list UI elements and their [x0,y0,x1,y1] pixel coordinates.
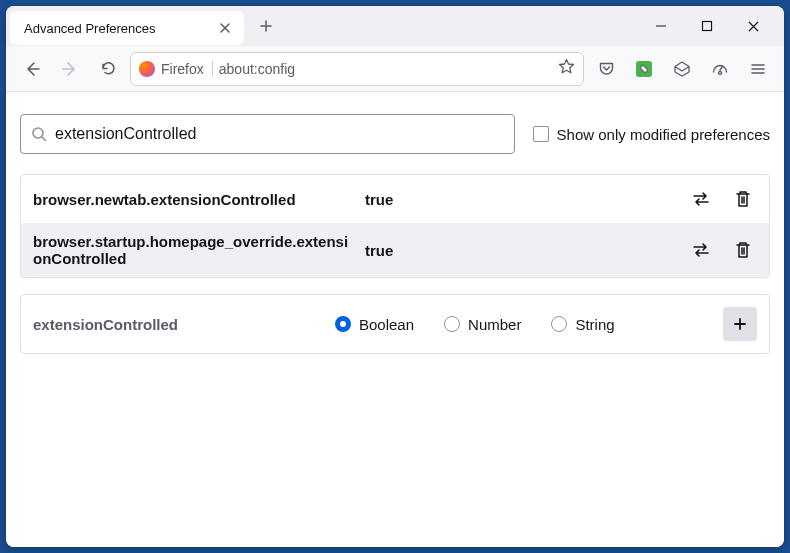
preference-search-input[interactable] [55,125,504,143]
preference-name: browser.startup.homepage_override.extens… [33,233,353,267]
new-preference-name: extensionControlled [33,316,323,333]
pocket-button[interactable] [590,53,622,85]
new-preference-row: extensionControlled Boolean Number Strin… [20,294,770,354]
page-content: Show only modified preferences browser.n… [6,92,784,547]
preference-row[interactable]: browser.newtab.extensionControlled true [21,175,769,223]
svg-rect-0 [703,22,712,31]
preferences-table: browser.newtab.extensionControlled true … [20,174,770,278]
radio-icon [551,316,567,332]
radio-option-number[interactable]: Number [444,316,521,333]
trash-icon [735,241,751,259]
radio-icon [444,316,460,332]
preference-row[interactable]: browser.startup.homepage_override.extens… [21,223,769,277]
whatsnew-button[interactable] [704,53,736,85]
radio-option-boolean[interactable]: Boolean [335,316,414,333]
firefox-logo-icon [139,61,155,77]
bookmark-button[interactable] [558,58,575,79]
preference-search-box[interactable] [20,114,515,154]
arrow-right-icon [61,60,79,78]
window-maximize-button[interactable] [684,6,730,46]
preference-value: true [365,242,675,259]
checkbox-icon [533,126,549,142]
forward-button[interactable] [54,53,86,85]
radio-label: Number [468,316,521,333]
close-icon [219,22,231,34]
identity-box[interactable]: Firefox [139,61,213,77]
window-close-button[interactable] [730,6,776,46]
extension-badge-icon [636,61,652,77]
plus-icon [732,316,748,332]
radio-option-string[interactable]: String [551,316,614,333]
radio-label: Boolean [359,316,414,333]
hamburger-icon [750,61,766,77]
star-icon [558,58,575,75]
reload-button[interactable] [92,53,124,85]
url-bar[interactable]: Firefox about:config [130,52,584,86]
back-button[interactable] [16,53,48,85]
preference-value: true [365,191,675,208]
account-icon [673,60,691,78]
browser-tab[interactable]: Advanced Preferences [10,11,244,45]
titlebar: Advanced Preferences [6,6,784,46]
new-tab-button[interactable] [252,12,280,40]
radio-label: String [575,316,614,333]
maximize-icon [701,20,713,32]
delete-button[interactable] [729,185,757,213]
delete-button[interactable] [729,236,757,264]
toggle-icon [691,191,711,207]
tab-close-button[interactable] [216,19,234,37]
add-preference-button[interactable] [723,307,757,341]
minimize-icon [655,20,667,32]
pocket-icon [598,60,615,77]
checkbox-label: Show only modified preferences [557,126,770,143]
radio-icon [335,316,351,332]
type-radio-group: Boolean Number String [335,316,711,333]
app-menu-button[interactable] [742,53,774,85]
arrow-left-icon [23,60,41,78]
preference-name: browser.newtab.extensionControlled [33,191,353,208]
toggle-icon [691,242,711,258]
search-row: Show only modified preferences [20,114,770,154]
search-icon [31,126,47,142]
toggle-button[interactable] [687,236,715,264]
preference-actions [687,185,757,213]
browser-window: Advanced Preferences [6,6,784,547]
tab-title: Advanced Preferences [24,21,156,36]
reload-icon [100,60,117,77]
url-text: about:config [219,61,552,77]
preference-actions [687,236,757,264]
trash-icon [735,190,751,208]
close-icon [747,20,760,33]
window-minimize-button[interactable] [638,6,684,46]
plus-icon [259,19,273,33]
toggle-button[interactable] [687,185,715,213]
navigation-toolbar: Firefox about:config [6,46,784,92]
dashboard-icon [711,60,729,78]
identity-label: Firefox [161,61,204,77]
show-modified-checkbox[interactable]: Show only modified preferences [533,126,770,143]
extensions-button[interactable] [628,53,660,85]
account-button[interactable] [666,53,698,85]
